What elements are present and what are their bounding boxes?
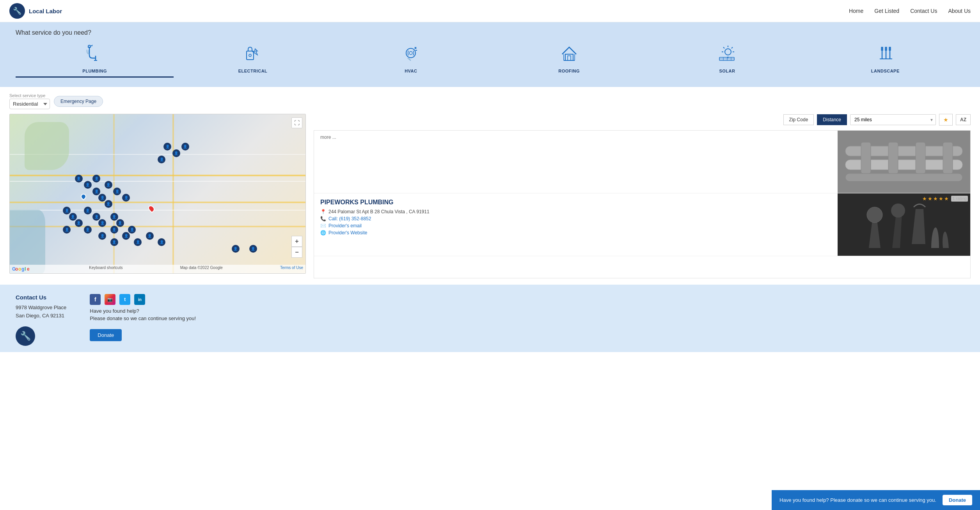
landscape-label: LANDSCAPE [871,69,900,73]
email-link[interactable]: Provider's email [328,223,362,228]
map-pin[interactable]: 👤 [122,232,130,240]
current-location-pin [80,193,87,200]
map-pin[interactable]: 👤 [75,219,83,227]
map-pin[interactable]: 👤 [146,232,154,240]
linkedin-icon[interactable]: in [134,294,145,305]
map-pin[interactable]: 👤 [158,156,165,163]
header: 🔧 Local Labor Home Get Listed Contact Us… [0,0,980,22]
logo-section: 🔧 Local Labor [9,3,62,19]
hvac-label: HVAC [405,69,417,73]
map-pin[interactable]: 👤 [105,181,112,189]
business-phone[interactable]: 📞 Call: (619) 352-8852 [320,216,831,221]
map-google-logo: G o o g l e [12,266,32,273]
listing-card-info-1: more ... [314,131,838,193]
svg-text:l: l [25,266,26,272]
map-attribution: G o o g l e Keyboard shortcuts Map data … [10,265,305,273]
plumbing-label: PLUMBING [82,69,107,73]
map-pin[interactable]: 👤 [134,238,142,246]
map-pin[interactable]: 👤 [92,213,100,221]
map-pin[interactable]: 👤 [158,238,165,246]
map-pin[interactable]: 👤 [63,207,71,214]
footer-found-help: Have you found help? [90,308,196,314]
map-pin[interactable]: 👤 [110,213,118,221]
distance-tab[interactable]: Distance [817,114,847,125]
map-pin[interactable]: 👤 [110,226,118,234]
map-pin[interactable]: 👤 [122,194,130,202]
service-hvac[interactable]: HVAC [332,43,490,73]
sort-star-button[interactable]: ★ [939,114,953,126]
business-website[interactable]: 🌐 Provider's Website [320,230,831,236]
facebook-icon[interactable]: f [90,294,101,305]
map-pin[interactable]: 👤 [92,188,100,195]
map-pin[interactable]: 👤 [249,245,257,253]
listing-card-image-pipes [838,131,970,193]
footer-contact: Contact Us 9978 Waldgrove Place San Dieg… [16,294,66,346]
svg-rect-5 [565,54,573,60]
website-link[interactable]: Provider's Website [328,230,367,236]
map-pin[interactable]: 👤 [181,143,189,151]
nav-home[interactable]: Home [849,8,863,14]
map-zoom-in[interactable]: + [291,236,302,247]
service-plumbing[interactable]: PLUMBING [16,43,174,78]
map-pin[interactable]: 👤 [98,194,106,202]
map-container[interactable]: 👤 👤 👤 👤 👤 👤 👤 👤 👤 👤 👤 👤 👤 👤 👤 👤 👤 👤 [9,114,306,274]
red-map-pin [147,204,156,213]
svg-point-3 [406,48,415,58]
map-pin[interactable]: 👤 [98,232,106,240]
listing-card-info-2: PIPEWORKS PLUMBING 📍 244 Palomar St Apt … [314,193,838,256]
more-link[interactable]: more ... [320,135,336,140]
map-pin[interactable]: 👤 [75,175,83,182]
star-3: ★ [933,196,938,202]
phone-link[interactable]: Call: (619) 352-8852 [328,216,371,221]
solar-icon [716,43,738,66]
map-pin[interactable]: 👤 [172,149,180,157]
business-email[interactable]: ✉️ Provider's email [320,223,831,228]
footer-donate-button[interactable]: Donate [90,329,122,341]
map-fullscreen-button[interactable]: ⛶ [291,117,302,128]
phone-icon: 📞 [320,216,326,221]
electrical-label: ELECTRICAL [238,69,268,73]
map-pin[interactable]: 👤 [84,181,92,189]
svg-rect-1 [247,51,254,60]
search-input[interactable] [850,114,936,125]
map-pin[interactable]: 👤 [110,238,118,246]
zip-code-tab[interactable]: Zip Code [783,114,814,125]
map-pin[interactable]: 👤 [84,226,92,234]
sort-az-button[interactable]: AZ [956,114,971,125]
service-electrical[interactable]: ELECTRICAL [174,43,332,73]
instagram-icon[interactable]: 📷 [105,294,115,305]
tools-image [838,193,970,256]
plumbing-icon [84,43,106,66]
service-roofing[interactable]: ROOFING [490,43,648,73]
map-data-text: Map data ©2022 Google [180,266,223,273]
nav-about-us[interactable]: About Us [948,8,971,14]
electrical-icon [242,43,264,66]
nav-get-listed[interactable]: Get Listed [874,8,899,14]
map-terms: Terms of Use [280,266,303,273]
business-name: PIPEWORKS PLUMBING [320,199,831,206]
map-pin[interactable]: 👤 [163,143,171,151]
footer-contact-heading: Contact Us [16,294,66,301]
map-pin[interactable]: 👤 [113,188,121,195]
map-pin[interactable]: 👤 [232,245,240,253]
service-type-select[interactable]: Residential Commercial [9,99,50,109]
svg-point-25 [891,204,905,218]
map-pin[interactable]: 👤 [69,213,77,221]
twitter-icon[interactable]: t [119,294,130,305]
listing-scroll[interactable]: more ... [314,130,971,278]
map-pin[interactable]: 👤 [84,207,92,214]
services-heading: What service do you need? [16,29,964,36]
emergency-page-button[interactable]: Emergency Page [54,96,103,107]
star-1: ★ [922,196,927,202]
service-landscape[interactable]: LANDSCAPE [806,43,964,73]
map-zoom-out[interactable]: − [291,247,302,258]
service-solar[interactable]: SOLAR [648,43,806,73]
map-pin[interactable]: 👤 [105,200,112,208]
map-zoom-controls: + − [291,236,302,258]
svg-point-4 [409,51,412,55]
map-pin[interactable]: 👤 [63,226,71,234]
search-input-wrap: ▼ [850,114,936,125]
footer-address-line2: San Diego, CA 92131 [16,312,66,320]
map-pin[interactable]: 👤 [128,226,136,234]
nav-contact-us[interactable]: Contact Us [910,8,937,14]
